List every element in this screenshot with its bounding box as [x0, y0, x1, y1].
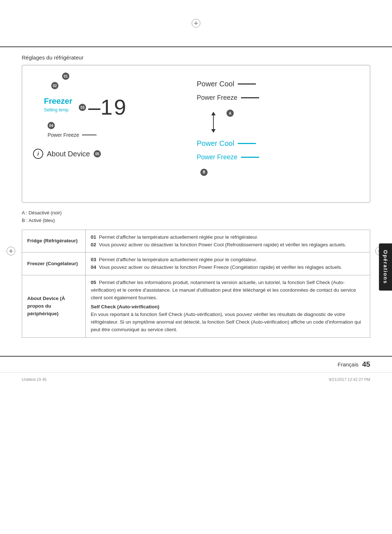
power-freeze-blue-label: Power Freeze — [197, 153, 237, 161]
power-cool-blue-dash — [238, 143, 256, 144]
power-cool-black-dash — [238, 83, 256, 85]
page-language-label: Français — [338, 361, 359, 367]
power-cool-blue-label: Power Cool — [197, 139, 234, 148]
diagram-left: 01 02 Freezer Setting temp. 03 –1 9 — [33, 73, 189, 192]
about-device-label-cell: About Device (À propos du périphérique) — [22, 275, 86, 337]
about-device-row: i About Device 05 — [33, 149, 101, 159]
power-freeze-left-label: Power Freeze — [48, 132, 97, 138]
freezer-label-cell: Freezer (Congélateur) — [22, 252, 86, 275]
badge-A: A — [226, 110, 234, 117]
power-freeze-black-label: Power Freeze — [197, 94, 237, 102]
badge-B-row: B — [200, 168, 208, 176]
fridge-content: 01 Permet d'afficher la température actu… — [86, 230, 370, 252]
info-table: Fridge (Réfrigérateur) 01 Permet d'affic… — [22, 230, 370, 338]
operations-tab: Opérations — [379, 243, 392, 291]
power-freeze-black-dash — [241, 97, 259, 98]
arrow-up-down — [211, 112, 216, 133]
power-cool-black-label: Power Cool — [197, 80, 234, 88]
about-num-05: 05 — [91, 280, 96, 285]
freezer-temp-digit: 9 — [114, 96, 126, 118]
badge-01-row: 01 — [62, 73, 69, 80]
freezer-num-04: 04 — [91, 264, 96, 270]
badge-02: 02 — [51, 82, 58, 89]
badge-01: 01 — [62, 73, 69, 80]
page-number: 45 — [362, 360, 370, 369]
table-row-freezer: Freezer (Congélateur) 03 Permet d'affich… — [22, 252, 370, 275]
about-device-label: About Device — [47, 150, 90, 158]
page-content: Réglages du réfrigérateur 01 02 Freezer … — [0, 47, 392, 352]
top-crosshair-icon — [192, 19, 200, 28]
freezer-label: Freezer — [44, 96, 72, 106]
badge-B: B — [200, 169, 208, 176]
freezer-num-03: 03 — [91, 257, 96, 262]
power-freeze-blue-row: Power Freeze — [197, 153, 259, 161]
self-check-title: Self Check (Auto-vérification) — [91, 303, 365, 311]
power-freeze-dash — [82, 135, 97, 135]
freezer-setting: Setting temp. — [44, 107, 75, 112]
badge-02-row: 02 — [51, 82, 58, 89]
fridge-label: Fridge (Réfrigérateur) — [22, 230, 86, 252]
badge-05: 05 — [94, 150, 101, 157]
top-area — [0, 0, 392, 47]
freezer-temp-row: Freezer Setting temp. 03 –1 9 — [44, 96, 126, 118]
freezer-temp-value: –1 — [88, 96, 113, 118]
power-cool-blue-row: Power Cool — [197, 139, 256, 148]
power-freeze-black-row: Power Freeze — [197, 94, 259, 102]
bottom-bar: Français 45 — [0, 356, 392, 372]
table-row-fridge: Fridge (Réfrigérateur) 01 Permet d'affic… — [22, 230, 370, 252]
legend-B: B : Activé (bleu) — [22, 217, 370, 225]
section-title: Réglages du réfrigérateur — [22, 54, 370, 61]
about-device-content: 05 Permet d'afficher les informations pr… — [86, 275, 370, 337]
badge-04-row: 04 — [48, 122, 97, 129]
legend-A: A : Désactivé (noir) — [22, 209, 370, 217]
power-freeze-blue-dash — [241, 157, 259, 158]
diagram-box: 01 02 Freezer Setting temp. 03 –1 9 — [22, 65, 370, 203]
arrow-down-icon — [211, 129, 216, 133]
arrow-line — [213, 115, 214, 130]
table-row-about-device: About Device (À propos du périphérique) … — [22, 275, 370, 337]
footer-date: 9/21/2017 12:42:27 PM — [329, 377, 370, 382]
doc-footer: Untitled-19 45 9/21/2017 12:42:27 PM — [0, 372, 392, 387]
power-freeze-left-section: 04 Power Freeze — [48, 122, 97, 138]
diagram-inner: 01 02 Freezer Setting temp. 03 –1 9 — [33, 73, 359, 192]
freezer-content: 03 Permet d'afficher la température actu… — [86, 252, 370, 275]
about-device-icon: i — [33, 149, 43, 159]
diagram-right: Power Cool Power Freeze A — [189, 73, 359, 192]
badge-04: 04 — [48, 122, 55, 129]
badge-03: 03 — [79, 104, 86, 111]
legend: A : Désactivé (noir) B : Activé (bleu) — [22, 209, 370, 225]
left-crosshair-icon — [7, 247, 15, 257]
fridge-num-02: 02 — [91, 242, 96, 247]
fridge-num-01: 01 — [91, 234, 96, 240]
footer-file: Untitled-19 45 — [22, 377, 47, 382]
power-cool-black-row: Power Cool — [197, 80, 256, 88]
arrow-section: A — [211, 110, 234, 135]
